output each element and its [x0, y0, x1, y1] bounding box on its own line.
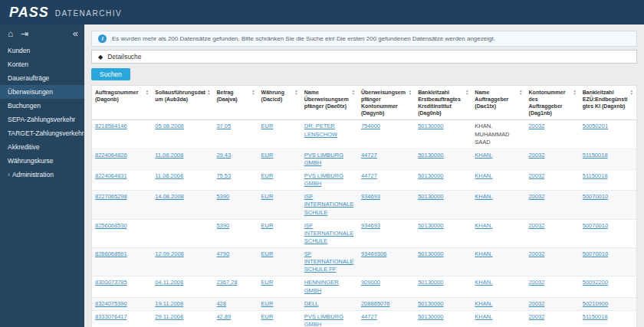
cell-link[interactable]: 20032 — [529, 222, 545, 229]
cell-link[interactable]: 8218584146 — [95, 123, 127, 129]
cell-link[interactable]: DELL — [304, 300, 319, 307]
cell-link[interactable]: DR. PETER LENSCHOW — [304, 123, 337, 137]
cell-link[interactable]: 05.08.2008 — [155, 123, 184, 129]
sidebar-item-sepa-zahlungsverkehr[interactable]: SEPA-Zahlungsverkehr — [0, 113, 84, 126]
sort-icon[interactable]: ▲▼ — [519, 90, 522, 110]
cell-link[interactable]: KHAN, — [475, 313, 492, 320]
sidebar-item-kunden[interactable]: Kunden — [0, 44, 84, 57]
column-header[interactable]: Überweisungsempfänger Kontonummer (Dagyn… — [358, 86, 415, 120]
sidebar-item-dauerauftr-ge[interactable]: Daueraufträge — [0, 71, 84, 85]
column-header[interactable]: Name Überweisungsempfänger (Dae0tx) ▲▼ — [301, 86, 358, 120]
cell-link[interactable]: 04.11.2008 — [155, 279, 183, 286]
cell-link[interactable]: 20032 — [529, 300, 545, 307]
cell-link[interactable]: EUR — [261, 193, 274, 200]
cell-link[interactable]: 20032 — [529, 152, 545, 159]
sort-icon[interactable]: ▲▼ — [409, 90, 412, 116]
cell-link[interactable]: 42,89 — [216, 313, 231, 320]
cell-link[interactable]: KHAN, — [475, 250, 492, 257]
cell-link[interactable]: 50070010 — [583, 193, 608, 200]
cell-link[interactable]: 51150018 — [583, 172, 608, 179]
cell-link[interactable]: 50070010 — [583, 250, 608, 257]
logout-icon[interactable]: ⇥ — [21, 29, 28, 38]
sort-icon[interactable]: ▲▼ — [146, 90, 149, 103]
cell-link[interactable]: 5390 — [216, 193, 229, 200]
sidebar-item-target-zahlungsverkehr[interactable]: TARGET-Zahlungsverkehr — [0, 126, 84, 140]
cell-link[interactable]: 934693 — [361, 193, 380, 200]
cell-link[interactable]: ISF INTERNATIONALE SCHULE — [304, 193, 353, 215]
sidebar-item-akkreditive[interactable]: Akkreditive — [0, 140, 84, 154]
column-header[interactable]: Sollausführungsdatum (Aub3da) ▲▼ — [152, 86, 213, 120]
cell-link[interactable]: KHAN, — [475, 152, 492, 159]
cell-link[interactable]: 29.11.2008 — [155, 313, 183, 320]
cell-link[interactable]: 50130000 — [418, 279, 443, 286]
cell-link[interactable]: 20032 — [529, 172, 545, 179]
cell-link[interactable]: 51150018 — [583, 313, 608, 320]
sort-icon[interactable]: ▲▼ — [294, 90, 297, 103]
sort-icon[interactable]: ▲▼ — [207, 90, 210, 103]
cell-link[interactable]: EUR — [261, 279, 274, 286]
cell-link[interactable]: EUR — [261, 123, 274, 129]
sidebar-item-buchungen[interactable]: Buchungen — [0, 99, 84, 113]
cell-link[interactable]: 20032 — [529, 279, 545, 286]
sidebar-item-konten[interactable]: Konten — [0, 57, 84, 71]
cell-link[interactable]: 50092200 — [583, 279, 608, 286]
cell-link[interactable]: 8227065298 — [95, 193, 127, 200]
column-header[interactable]: Name Auftraggeber (Dae1tx) ▲▼ — [472, 86, 525, 120]
cell-link[interactable]: 20032 — [529, 193, 545, 200]
cell-link[interactable]: 44727 — [361, 313, 377, 320]
cell-link[interactable]: EUR — [261, 222, 274, 229]
cell-link[interactable]: KHAN, — [475, 279, 492, 286]
cell-link[interactable]: 20032 — [529, 313, 545, 320]
cell-link[interactable]: PVS LIMBURG GMBH — [304, 172, 343, 187]
cell-link[interactable]: 50050201 — [583, 123, 608, 129]
cell-link[interactable]: 29,43 — [216, 152, 231, 159]
cell-link[interactable]: KHAN, — [475, 300, 492, 307]
sidebar-item-berweisungen[interactable]: Überweisungen — [0, 85, 84, 99]
cell-link[interactable]: PVS LIMBURG GMBH — [304, 152, 343, 166]
cell-link[interactable]: 75,53 — [216, 172, 231, 179]
cell-link[interactable]: 208865076 — [361, 300, 390, 307]
sidebar-item-w-hrungskurse[interactable]: Währungskurse — [0, 154, 84, 168]
cell-link[interactable]: 8256068530 — [95, 222, 127, 229]
cell-link[interactable]: KHAN, — [475, 193, 492, 200]
cell-link[interactable]: 50130000 — [418, 250, 443, 257]
cell-link[interactable]: EUR — [261, 152, 274, 159]
cell-link[interactable]: 934693 — [361, 222, 380, 229]
cell-link[interactable]: 50130000 — [418, 172, 443, 179]
cell-link[interactable]: 8224064826 — [95, 152, 127, 159]
cell-link[interactable]: KHAN, — [475, 222, 492, 229]
cell-link[interactable]: 754000 — [361, 123, 380, 129]
cell-link[interactable]: PVS LIMBURG GMBH — [304, 313, 343, 327]
sort-icon[interactable]: ▲▼ — [573, 90, 576, 116]
cell-link[interactable]: 20032 — [529, 123, 545, 129]
column-header[interactable]: Betrag (Daajva) ▲▼ — [213, 86, 258, 120]
cell-link[interactable]: 50130000 — [418, 123, 443, 129]
cell-link[interactable]: EUR — [261, 172, 274, 179]
cell-link[interactable]: 19.11.2008 — [155, 300, 183, 307]
cell-link[interactable]: ISF INTERNATIONALE SCHULE — [304, 222, 353, 244]
cell-link[interactable]: 50130000 — [418, 193, 443, 200]
sidebar-collapse-icon[interactable]: « — [73, 28, 78, 38]
cell-link[interactable]: 50210900 — [583, 300, 608, 307]
cell-link[interactable]: 50130000 — [418, 300, 443, 307]
cell-link[interactable]: EUR — [261, 300, 274, 307]
search-button[interactable]: Suchen — [91, 68, 130, 80]
column-header[interactable]: Bankleitzahl EZÜ:Endbegünstigtes KI (Dag… — [580, 86, 636, 120]
sidebar-item-administration[interactable]: › Administration — [0, 168, 84, 181]
cell-link[interactable]: 8224064831 — [95, 172, 127, 179]
cell-link[interactable]: 20032 — [529, 250, 545, 257]
home-icon[interactable]: ⌂ — [8, 29, 13, 38]
cell-link[interactable]: 8324075390 — [95, 300, 127, 307]
column-header[interactable]: Währung (Dacicd) ▲▼ — [258, 86, 301, 120]
cell-link[interactable]: EUR — [261, 313, 274, 320]
cell-link[interactable]: 50130000 — [418, 313, 443, 320]
cell-link[interactable]: 8333076417 — [95, 313, 127, 320]
cell-link[interactable]: 50130000 — [418, 222, 443, 229]
sort-icon[interactable]: ▲▼ — [251, 90, 255, 103]
cell-link[interactable]: 93469306 — [361, 250, 386, 257]
cell-link[interactable]: 8266068591 — [95, 250, 127, 257]
cell-link[interactable]: 11.08.2008 — [155, 172, 183, 179]
cell-link[interactable]: 909000 — [361, 279, 380, 286]
cell-link[interactable]: HENNINGER GMBH — [304, 279, 339, 293]
cell-link[interactable]: 50070010 — [583, 222, 608, 229]
